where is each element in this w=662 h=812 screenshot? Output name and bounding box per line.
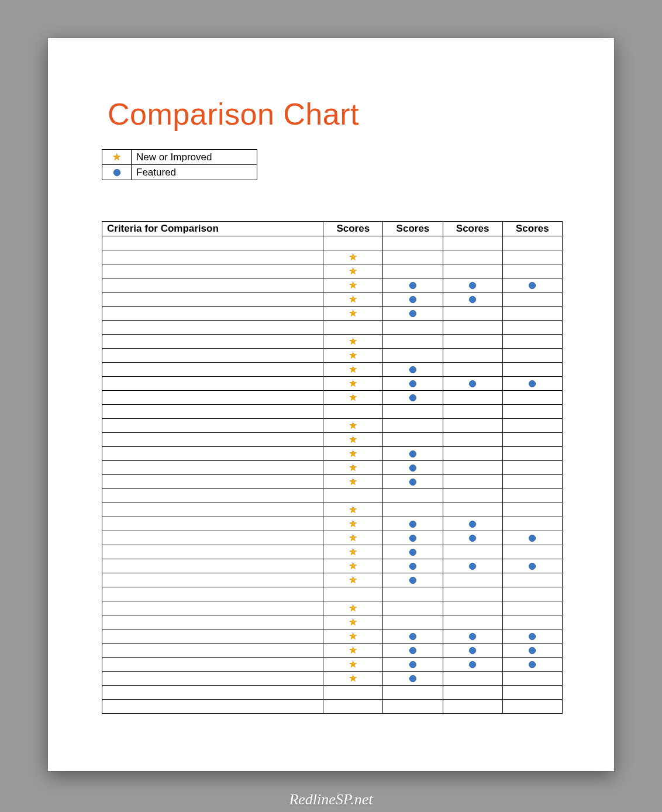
score-cell [502,587,562,601]
criteria-cell [102,335,323,349]
score-cell [502,672,562,686]
score-cell: ★ [323,672,383,686]
score-cell [383,517,443,531]
table-row: ★ [102,601,563,615]
criteria-cell [102,363,323,377]
star-icon: ★ [112,152,121,162]
score-cell: ★ [323,278,383,293]
watermark-text: RedlineSP.net [0,791,662,808]
score-cell [383,363,443,377]
dot-icon [529,535,536,542]
star-icon: ★ [349,547,357,557]
dot-icon [529,647,536,654]
score-cell [383,433,443,447]
star-icon: ★ [349,673,357,683]
star-icon: ★ [349,336,357,346]
table-row: ★ [102,293,563,307]
score-cell [383,447,443,461]
score-cell: ★ [323,503,383,517]
score-cell [383,573,443,587]
score-cell [443,433,502,447]
dot-icon [409,521,416,528]
dot-icon [409,675,416,682]
score-cell: ★ [323,615,383,629]
star-icon: ★ [349,252,357,262]
score-cell: ★ [323,447,383,461]
dot-icon [469,647,476,654]
score-cell [443,559,502,573]
dot-icon [409,633,416,640]
score-cell [443,307,502,321]
score-cell [443,363,502,377]
table-row: ★ [102,335,563,349]
star-icon: ★ [349,308,357,318]
table-row: ★ [102,250,563,264]
star-icon: ★ [349,421,357,431]
dot-icon [469,633,476,640]
table-row: ★ [102,349,563,363]
score-cell [383,321,443,335]
score-cell [383,700,443,714]
score-cell [443,700,502,714]
dot-icon [409,465,416,472]
score-cell: ★ [323,307,383,321]
dot-icon [409,549,416,556]
score-cell [323,405,383,419]
page-title: Comparison Chart [108,97,563,132]
criteria-cell [102,307,323,321]
criteria-cell [102,573,323,587]
table-row [102,236,563,250]
score-cell: ★ [323,419,383,433]
dot-icon [469,661,476,668]
star-icon: ★ [349,575,357,585]
score-cell [502,447,562,461]
score-cell [443,587,502,601]
criteria-cell [102,250,323,264]
dot-icon [409,661,416,668]
score-cell [502,601,562,615]
table-row: ★ [102,433,563,447]
dot-icon [409,366,416,373]
score-cell [383,629,443,644]
star-icon: ★ [349,294,357,304]
score-cell [443,405,502,419]
score-cell [383,686,443,700]
score-cell [443,391,502,405]
table-row: ★ [102,545,563,559]
criteria-cell [102,293,323,307]
star-icon: ★ [349,659,357,669]
dot-icon [469,380,476,387]
header-score-1: Scores [323,222,383,236]
score-cell [502,264,562,278]
score-cell: ★ [323,293,383,307]
score-cell [443,250,502,264]
table-row: ★ [102,363,563,377]
score-cell [383,264,443,278]
score-cell: ★ [323,601,383,615]
score-cell: ★ [323,545,383,559]
criteria-cell [102,545,323,559]
score-cell [502,658,562,672]
score-cell: ★ [323,433,383,447]
document-page: Comparison Chart ★New or ImprovedFeature… [48,38,614,771]
score-cell: ★ [323,658,383,672]
score-cell [502,419,562,433]
score-cell [502,461,562,475]
criteria-cell [102,447,323,461]
star-icon: ★ [349,533,357,543]
score-cell [443,686,502,700]
header-score-3: Scores [443,222,502,236]
score-cell: ★ [323,363,383,377]
score-cell [323,686,383,700]
comparison-table: Criteria for Comparison Scores Scores Sc… [102,221,563,714]
criteria-cell [102,278,323,293]
star-icon: ★ [349,435,357,445]
score-cell [383,405,443,419]
score-cell [502,700,562,714]
dot-icon [409,394,416,401]
star-icon: ★ [349,505,357,515]
table-row: ★ [102,644,563,658]
dot-icon [409,647,416,654]
score-cell [443,573,502,587]
dot-icon [409,296,416,303]
